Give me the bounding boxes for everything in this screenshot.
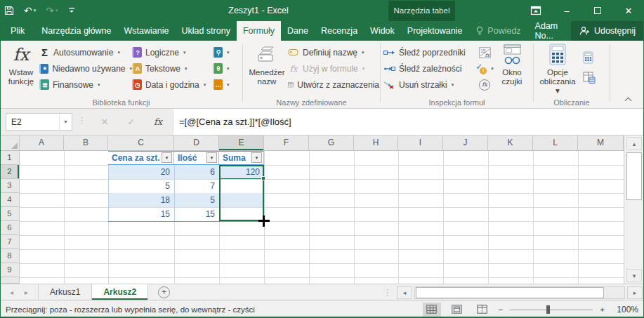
name-box-dropdown-icon[interactable]: ▾: [59, 114, 72, 130]
zoom-slider[interactable]: [510, 303, 593, 317]
column-header-C[interactable]: C: [108, 135, 174, 151]
column-header-E[interactable]: E: [219, 135, 264, 151]
cell-value[interactable]: 5: [108, 179, 173, 193]
insert-function-button[interactable]: fx Wstaw funkcję: [3, 43, 39, 86]
autosum-button[interactable]: ΣAutosumowanie▾: [39, 44, 132, 60]
filter-dropdown-Suma[interactable]: ▾: [251, 152, 262, 163]
define-name-button[interactable]: Definiuj nazwę▾: [288, 44, 379, 60]
recently-used-button[interactable]: ★Niedawno używane▾: [39, 60, 132, 77]
horizontal-scrollbar[interactable]: ⋮ ◂ ▸: [383, 286, 643, 299]
row-header-3[interactable]: 3: [0, 179, 20, 193]
formula-bar-drag-handle[interactable]: ⋮: [77, 115, 86, 126]
new-sheet-button[interactable]: +: [158, 286, 170, 298]
tab-review[interactable]: Recenzja: [315, 21, 364, 41]
vertical-scrollbar[interactable]: ▴ ▾: [624, 135, 644, 284]
account-user[interactable]: Adam No...: [528, 21, 571, 41]
row-header-6[interactable]: 6: [0, 221, 20, 235]
close-button[interactable]: ✕: [613, 0, 644, 21]
scroll-right-button[interactable]: ▸: [627, 286, 643, 299]
column-header-J[interactable]: J: [443, 135, 488, 151]
fill-handle[interactable]: [261, 176, 265, 180]
scrollbar-splitter-handle[interactable]: ⋮: [383, 288, 392, 298]
more-functions-button[interactable]: …▾: [213, 77, 241, 93]
tab-home[interactable]: Narzędzia główne: [35, 21, 117, 41]
row-header-2[interactable]: 2: [0, 165, 20, 179]
calculation-options-button[interactable]: Opcje obliczania▾: [537, 43, 579, 95]
row-header-9[interactable]: 9: [0, 263, 20, 277]
cell-value[interactable]: 7: [174, 179, 218, 193]
confirm-entry-button[interactable]: ✓: [118, 117, 145, 127]
column-header-K[interactable]: K: [488, 135, 533, 151]
ribbon-display-options-button[interactable]: [520, 0, 551, 21]
math-trig-button[interactable]: θ▾: [213, 60, 241, 77]
column-header-B[interactable]: B: [64, 135, 108, 151]
create-from-selection-button[interactable]: Utwórz z zaznaczenia: [288, 77, 379, 93]
tell-me-button[interactable]: Powiedz: [468, 21, 527, 41]
sheet-tab-arkusz2[interactable]: Arkusz2: [92, 284, 148, 300]
tab-file[interactable]: Plik: [0, 21, 35, 41]
cell-value[interactable]: 15: [174, 207, 218, 221]
name-box-value[interactable]: E2: [6, 117, 59, 127]
selection-range-E2-E5[interactable]: [219, 165, 264, 221]
next-sheet-button[interactable]: ▸: [25, 289, 28, 296]
undo-button[interactable]: ↶▾: [24, 5, 36, 16]
customize-qat-button[interactable]: [68, 6, 75, 15]
use-in-formula-button[interactable]: fx Użyj w formule▾: [288, 60, 379, 77]
show-formulas-button[interactable]: 15fx: [479, 44, 491, 60]
row-header-7[interactable]: 7: [0, 235, 20, 249]
worksheet-grid[interactable]: Cena za szt.▾Ilość▾Suma▾206120571851515A…: [0, 135, 624, 284]
save-button[interactable]: [4, 6, 14, 15]
lookup-reference-button[interactable]: ⚲▾: [213, 44, 241, 60]
financial-button[interactable]: ≣Finansowe▾: [39, 77, 132, 93]
scroll-up-button[interactable]: ▴: [626, 137, 642, 150]
tab-view[interactable]: Widok: [364, 21, 401, 41]
cell-value[interactable]: 18: [108, 193, 173, 207]
tab-page-layout[interactable]: Układ strony: [175, 21, 236, 41]
trace-dependents-button[interactable]: Śledź zależności: [383, 60, 473, 77]
logical-button[interactable]: ?Logiczne▾: [132, 44, 212, 60]
column-header-D[interactable]: D: [174, 135, 219, 151]
maximize-button[interactable]: [582, 0, 613, 21]
row-header-8[interactable]: 8: [0, 249, 20, 263]
redo-button[interactable]: ↷▾: [46, 5, 58, 16]
undo-caret-icon[interactable]: ▾: [34, 8, 37, 13]
column-header-F[interactable]: F: [264, 135, 309, 151]
trace-precedents-button[interactable]: Śledź poprzedniki: [383, 44, 473, 60]
select-all-corner[interactable]: [0, 135, 20, 151]
insert-function-fx-button[interactable]: fx: [145, 117, 171, 127]
minimize-button[interactable]: –: [551, 0, 582, 21]
remove-arrows-button[interactable]: Usuń strzałki▾: [383, 77, 473, 93]
date-time-button[interactable]: ◷Data i godzina▾: [132, 77, 212, 93]
cell-value[interactable]: 6: [174, 165, 218, 179]
cell-value[interactable]: 15: [108, 207, 173, 221]
sheet-tab-arkusz1[interactable]: Arkusz1: [39, 284, 92, 300]
name-box[interactable]: E2 ▾: [6, 113, 72, 131]
cell-value[interactable]: 5: [174, 193, 218, 207]
cell-value[interactable]: 20: [108, 165, 173, 179]
watch-window-button[interactable]: Okno czujki: [494, 43, 530, 86]
view-normal-button[interactable]: [423, 303, 441, 317]
horizontal-scrollbar-thumb[interactable]: [416, 287, 604, 298]
previous-sheet-button[interactable]: ◂: [10, 289, 13, 296]
zoom-slider-thumb[interactable]: [546, 305, 550, 314]
row-header-5[interactable]: 5: [0, 207, 20, 221]
share-button[interactable]: Udostępnij: [571, 21, 644, 41]
scroll-left-button[interactable]: ◂: [397, 286, 412, 299]
vertical-scrollbar-thumb[interactable]: [626, 152, 642, 200]
error-checking-button[interactable]: ✓! ▾: [475, 60, 494, 77]
view-page-break-button[interactable]: [473, 303, 492, 317]
row-header-4[interactable]: 4: [0, 193, 20, 207]
text-button[interactable]: ATekstowe▾: [132, 60, 212, 77]
filter-dropdown-Cena za szt.[interactable]: ▾: [162, 152, 172, 163]
zoom-in-button[interactable]: +: [600, 305, 605, 314]
collapse-ribbon-button[interactable]: [625, 96, 631, 102]
calculate-sheet-button[interactable]: [583, 67, 604, 87]
column-header-I[interactable]: I: [398, 135, 443, 151]
column-header-M[interactable]: M: [578, 135, 624, 151]
tab-data[interactable]: Dane: [281, 21, 315, 41]
zoom-level[interactable]: 100%: [612, 305, 638, 314]
tab-formulas[interactable]: Formuły: [237, 21, 281, 41]
view-page-layout-button[interactable]: [448, 303, 466, 317]
column-header-H[interactable]: H: [354, 135, 398, 151]
scroll-down-button[interactable]: ▾: [626, 269, 642, 282]
